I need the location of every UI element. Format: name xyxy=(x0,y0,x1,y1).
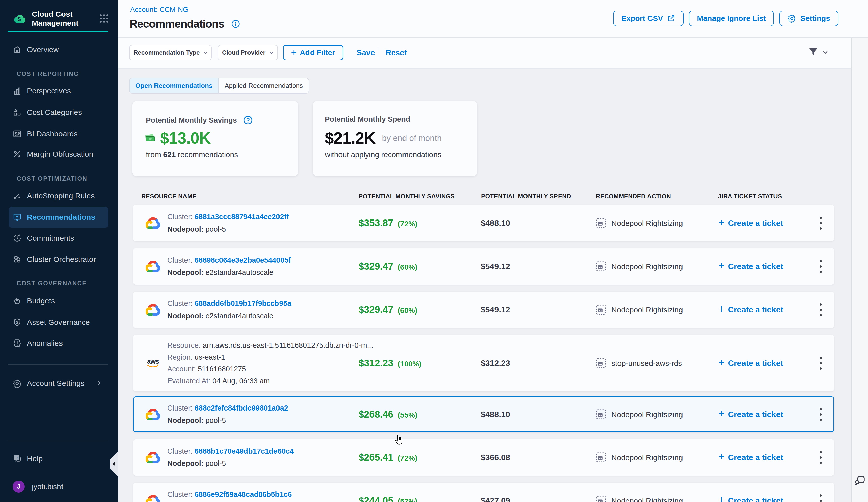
row-menu-button[interactable] xyxy=(818,356,823,371)
shapes-icon xyxy=(12,108,22,117)
recommendation-action-icon xyxy=(596,218,606,229)
sidebar-item-help[interactable]: ? Help xyxy=(9,448,108,469)
question-icon[interactable] xyxy=(243,115,253,125)
export-csv-button[interactable]: Export CSV xyxy=(613,11,683,26)
content-area: Open Recommendations Applied Recommendat… xyxy=(118,69,851,502)
avatar[interactable]: J xyxy=(13,481,25,493)
row-menu-button[interactable] xyxy=(818,407,823,422)
resource-line: Account: 511616801275 xyxy=(167,365,373,373)
recommended-action-label: Nodepool Rightsizing xyxy=(611,219,683,227)
recommendation-row[interactable]: aws Cluster: 688add6fb019b17f9bccb95aNod… xyxy=(133,292,834,328)
manage-ignore-list-button[interactable]: Manage Ignore List xyxy=(689,11,774,26)
sidebar-item-recommendations[interactable]: Recommendations xyxy=(9,207,108,228)
divider xyxy=(8,364,108,365)
sidebar-item-autostopping-rules[interactable]: AutoStopping Rules xyxy=(9,185,108,206)
row-menu-button[interactable] xyxy=(818,302,823,317)
settings-button[interactable]: Settings xyxy=(779,11,838,26)
bar-chart-icon xyxy=(12,86,22,96)
col-jira-ticket-status: JIRA TICKET STATUS xyxy=(718,193,782,200)
cluster-link[interactable]: 68898c064e3e2ba0e544005f xyxy=(195,256,291,264)
logo-underline xyxy=(8,31,108,32)
spend-amount: $21.2K xyxy=(325,129,375,147)
add-filter-button[interactable]: + Add Filter xyxy=(283,45,343,61)
sidebar-item-margin-obfuscation[interactable]: Margin Obfuscation xyxy=(9,144,108,165)
filter-panel-toggle[interactable] xyxy=(807,46,829,58)
app-title: Cloud Cost Management xyxy=(32,10,79,28)
create-ticket-button[interactable]: + Create a ticket xyxy=(718,305,783,314)
recommendation-row[interactable]: aws Cluster: 68898c064e3e2ba0e544005fNod… xyxy=(133,248,834,284)
svg-text:$: $ xyxy=(17,15,21,22)
cluster-link[interactable]: 6886e92f59a48cad86b5b1c6 xyxy=(195,490,292,499)
create-ticket-button[interactable]: + Create a ticket xyxy=(718,453,783,462)
app-switcher-icon[interactable] xyxy=(100,14,108,23)
card-title: Potential Monthly Savings xyxy=(146,116,237,125)
cluster-link[interactable]: 6888b1c70e49db17c1de60c4 xyxy=(195,447,293,455)
recommendation-row[interactable]: aws Cluster: 6881a3ccc887941a4ee202ffNod… xyxy=(133,205,834,241)
col-recommended-action: RECOMMENDED ACTION xyxy=(596,193,671,200)
header-actions: Export CSV Manage Ignore List Settings xyxy=(613,11,838,26)
sidebar-item-cost-categories[interactable]: Cost Categories xyxy=(9,102,108,123)
resource-line: Cluster: 68898c064e3e2ba0e544005f xyxy=(167,256,291,264)
savings-value: $329.47 xyxy=(359,304,393,315)
shield-dollar-icon: $ xyxy=(12,317,22,327)
recommendation-row[interactable]: aws Resource: arn:aws:rds:us-east-1:5116… xyxy=(133,335,834,391)
sidebar-item-overview[interactable]: Overview xyxy=(9,39,108,60)
external-link-icon xyxy=(667,14,675,23)
user-profile[interactable]: J jyoti.bisht xyxy=(13,481,63,493)
sidebar-item-bi-dashboards[interactable]: BI Dashboards xyxy=(9,123,108,144)
plus-icon: + xyxy=(718,217,725,228)
savings-percent: (60%) xyxy=(398,306,417,315)
savings-summary-card: Potential Monthly Savings $13.0K from 62… xyxy=(132,101,298,176)
create-ticket-button[interactable]: + Create a ticket xyxy=(718,359,783,368)
sidebar-item-perspectives[interactable]: Perspectives xyxy=(9,80,108,102)
funnel-icon xyxy=(807,46,819,58)
row-menu-button[interactable] xyxy=(818,259,823,274)
save-filter-button[interactable]: Save xyxy=(356,49,375,57)
row-menu-button[interactable] xyxy=(818,450,823,465)
recommendation-row[interactable]: aws Cluster: 6886e92f59a48cad86b5b1c6Nod… xyxy=(133,483,834,502)
create-ticket-button[interactable]: + Create a ticket xyxy=(718,496,783,502)
svg-text:?: ? xyxy=(16,456,18,460)
recommendation-action-icon xyxy=(596,358,606,369)
recommendation-action-icon xyxy=(596,304,606,315)
gauge-icon xyxy=(12,191,22,201)
cluster-link[interactable]: 6881a3ccc887941a4ee202ff xyxy=(195,213,289,221)
row-menu-button[interactable] xyxy=(818,216,823,231)
savings-percent: (55%) xyxy=(398,411,417,419)
savings-value: $312.23 xyxy=(359,358,393,369)
sidebar-item-cluster-orchestrator[interactable]: Cluster Orchestrator xyxy=(9,249,108,270)
sidebar-item-commitments[interactable]: Commitments xyxy=(9,228,108,249)
sidebar-item-budgets[interactable]: Budgets xyxy=(9,290,108,312)
create-ticket-button[interactable]: + Create a ticket xyxy=(718,410,783,419)
tab-applied-recommendations[interactable]: Applied Recommendations xyxy=(219,79,309,93)
col-potential-monthly-spend: POTENTIAL MONTHLY SPEND xyxy=(481,193,571,200)
cluster-link[interactable]: 688add6fb019b17f9bccb95a xyxy=(195,300,291,307)
sidebar-item-anomalies[interactable]: Anomalies xyxy=(9,333,108,354)
recommendation-row[interactable]: aws Cluster: 688c2fefc84fbdc99801a0a2Nod… xyxy=(133,396,834,432)
sidebar-item-account-settings[interactable]: Account Settings xyxy=(9,373,108,394)
resource-details: Resource: arn:aws:rds:us-east-1:51161680… xyxy=(167,341,373,385)
sidebar-item-label: Account Settings xyxy=(27,379,84,388)
recommendation-row[interactable]: aws Cluster: 6888b1c70e49db17c1de60c4Nod… xyxy=(133,439,834,475)
sidebar-collapse-button[interactable] xyxy=(110,451,118,477)
plus-icon: + xyxy=(718,304,725,314)
create-ticket-button[interactable]: + Create a ticket xyxy=(718,262,783,271)
info-icon[interactable] xyxy=(231,19,240,29)
breadcrumb[interactable]: Account: CCM-NG xyxy=(130,6,188,14)
reset-filter-button[interactable]: Reset xyxy=(386,49,407,57)
row-menu-button[interactable] xyxy=(818,493,823,502)
resource-line: Nodepool: pool-5 xyxy=(167,459,293,468)
chevron-down-icon xyxy=(202,49,209,56)
create-ticket-button[interactable]: + Create a ticket xyxy=(718,219,783,228)
gcp-icon xyxy=(146,451,160,463)
cluster-link[interactable]: 688c2fefc84fbdc99801a0a2 xyxy=(195,404,288,412)
sidebar-item-asset-governance[interactable]: $Asset Governance xyxy=(9,312,108,333)
cloud-provider-dropdown[interactable]: Cloud Provider xyxy=(217,45,278,61)
resource-line: Nodepool: pool-5 xyxy=(167,416,288,425)
recommendation-type-dropdown[interactable]: Recommendation Type xyxy=(129,45,212,61)
savings-percent: (60%) xyxy=(398,263,417,271)
support-chat-icon[interactable] xyxy=(854,474,866,487)
tab-open-recommendations[interactable]: Open Recommendations xyxy=(130,79,219,93)
recommendation-action-icon xyxy=(596,409,606,420)
piggy-icon xyxy=(12,296,22,306)
